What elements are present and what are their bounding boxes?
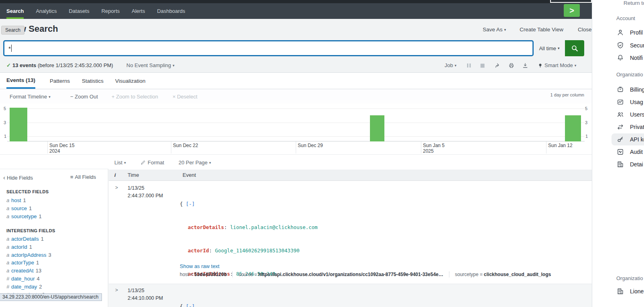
list-icon: ≡ — [70, 174, 73, 180]
nav-item-analytics[interactable]: Analytics — [36, 3, 57, 19]
show-raw-text-link[interactable]: Show as raw text — [180, 263, 219, 269]
selected-fields-list: ahost1 asource1 asourcetype1 — [6, 197, 42, 221]
chevron-down-icon: ▾ — [455, 63, 457, 68]
gridline — [7, 108, 585, 109]
results-tabs: Events (13) Patterns Statistics Visualiz… — [0, 73, 592, 89]
share-icon[interactable] — [494, 62, 501, 69]
panel-item-private[interactable]: Privat — [616, 123, 644, 131]
swap-arrows-icon — [616, 123, 624, 131]
nav-item-reports[interactable]: Reports — [102, 3, 120, 19]
create-table-view-button[interactable]: Create Table View — [520, 27, 563, 33]
event-sampling-dropdown[interactable]: No Event Sampling▾ — [126, 62, 175, 68]
timeline-bar[interactable] — [370, 115, 384, 141]
timeline-granularity-label: 1 day per column — [551, 92, 584, 97]
cloud-settings-panel: Return to Account Profil Secur Notifi Or… — [592, 0, 644, 307]
close-button[interactable]: Close — [578, 27, 592, 33]
deselect-button[interactable]: × Deselect — [173, 94, 197, 100]
stop-icon[interactable] — [480, 63, 485, 68]
tab-patterns[interactable]: Patterns — [50, 73, 70, 89]
pause-icon[interactable] — [467, 63, 471, 68]
time-column-header: Time — [128, 172, 139, 178]
format-timeline-dropdown[interactable]: Format Timeline▾ — [10, 94, 51, 100]
field-item: aactorType1 — [6, 260, 51, 268]
timeline-chart: 5 3 1 5 3 1 — [0, 104, 592, 141]
per-page-dropdown[interactable]: 20 Per Page▾ — [179, 160, 211, 166]
return-to-link[interactable]: Return to — [624, 0, 644, 6]
splunk-logo[interactable]: > — [564, 4, 580, 17]
x-axis-label: Sun Dec 29 — [298, 143, 323, 148]
search-icon — [571, 45, 579, 52]
nav-item-datasets[interactable]: Datasets — [69, 3, 89, 19]
all-fields-link[interactable]: ≡All Fields — [70, 174, 96, 180]
save-as-button[interactable]: Save As▾ — [483, 27, 506, 33]
x-axis-tick — [546, 141, 546, 154]
hide-fields-link[interactable]: ‹Hide Fields — [3, 174, 33, 181]
tab-visualization[interactable]: Visualization — [115, 73, 146, 89]
chevron-left-icon: ‹ — [3, 174, 5, 181]
search-input[interactable]: * — [3, 40, 534, 56]
panel-item-notifications[interactable]: Notifi — [616, 53, 643, 62]
y-axis-label-right: 5 — [585, 106, 587, 111]
print-icon[interactable] — [508, 62, 515, 69]
zoom-to-selection-button[interactable]: + Zoom to Selection — [112, 94, 158, 100]
x-axis-tick — [171, 141, 171, 154]
job-dropdown[interactable]: Job▾ — [445, 62, 457, 68]
download-icon[interactable] — [522, 62, 528, 69]
nav-item-dashboards[interactable]: Dashboards — [157, 3, 185, 19]
json-key[interactable]: actorId — [188, 248, 209, 254]
text-cursor — [11, 45, 12, 52]
json-value[interactable]: lionel.palacin@clickhouse.com — [230, 224, 317, 230]
panel-item-details[interactable]: Detai — [616, 160, 643, 169]
timeline-bar[interactable] — [10, 108, 27, 141]
y-axis-label-right: 1 — [585, 134, 588, 139]
nav-item-alerts[interactable]: Alerts — [132, 3, 145, 19]
format-results-button[interactable]: Format — [140, 160, 164, 166]
bell-icon — [616, 54, 624, 62]
usage-chart-icon — [616, 98, 624, 106]
y-axis-label: 3 — [4, 120, 6, 125]
events-table-header: i Time Event — [109, 170, 592, 181]
nav-search-tooltip: Search — [1, 26, 24, 35]
event-meta-row: host =53de4339120b source =https://api.c… — [180, 272, 557, 277]
meta-source[interactable]: source =https://api.clickhouse.cloud/v1/… — [232, 272, 449, 277]
nav-item-search[interactable]: Search — [6, 3, 24, 19]
job-status-check-icon: ✓ — [6, 62, 11, 68]
collapse-json-link[interactable]: [-] — [186, 303, 195, 307]
panel-item-org-lionel[interactable]: Lione — [616, 287, 644, 296]
timeline-bar[interactable] — [565, 115, 581, 141]
field-item: ahost1 — [6, 197, 42, 205]
org-switcher-title: Organizatio — [616, 275, 643, 281]
screenshot-root: Search Analytics Datasets Reports Alerts… — [0, 0, 644, 307]
panel-item-billing[interactable]: Billing — [616, 85, 644, 94]
y-axis-label-right: 3 — [585, 120, 587, 125]
panel-item-profile[interactable]: Profil — [616, 28, 643, 37]
panel-item-users[interactable]: Users — [616, 110, 644, 119]
json-key[interactable]: actorDetails — [188, 224, 224, 230]
field-item: acreatedAt13 — [6, 268, 51, 276]
field-item: asourcetype1 — [6, 213, 42, 221]
panel-item-security[interactable]: Secur — [616, 41, 644, 50]
panel-item-audit[interactable]: Audit — [616, 147, 643, 156]
panel-item-usage[interactable]: Usag — [616, 98, 643, 106]
chevron-down-icon: ▾ — [575, 63, 577, 68]
json-value[interactable]: Google_114602629918513043390 — [215, 248, 300, 254]
collapse-json-link[interactable]: [-] — [186, 201, 195, 207]
shield-check-icon — [616, 41, 624, 49]
zoom-out-button[interactable]: − Zoom Out — [70, 94, 98, 100]
browser-top-strip — [0, 0, 592, 3]
event-row: > 1/13/252:44:37.000 PM { [-] actorDetai… — [109, 181, 592, 284]
tab-statistics[interactable]: Statistics — [82, 73, 104, 89]
expand-event-chevron[interactable]: > — [115, 185, 118, 190]
panel-item-api-keys[interactable]: API ke — [611, 133, 644, 145]
meta-host[interactable]: host =53de4339120b — [180, 272, 232, 277]
tab-events[interactable]: Events (13) — [6, 73, 35, 89]
meta-sourcetype[interactable]: sourcetype =clickhouse_cloud_audit_logs — [449, 272, 557, 277]
chevron-down-icon: ▾ — [49, 95, 51, 99]
list-view-dropdown[interactable]: List▾ — [114, 160, 126, 166]
app-navbar: Search Analytics Datasets Reports Alerts… — [0, 3, 592, 19]
pencil-icon — [140, 160, 146, 165]
search-button[interactable] — [565, 40, 584, 56]
expand-event-chevron[interactable]: > — [115, 287, 118, 293]
time-range-picker[interactable]: All time▾ — [534, 40, 565, 56]
search-mode-dropdown[interactable]: Smart Mode▾ — [544, 62, 576, 68]
